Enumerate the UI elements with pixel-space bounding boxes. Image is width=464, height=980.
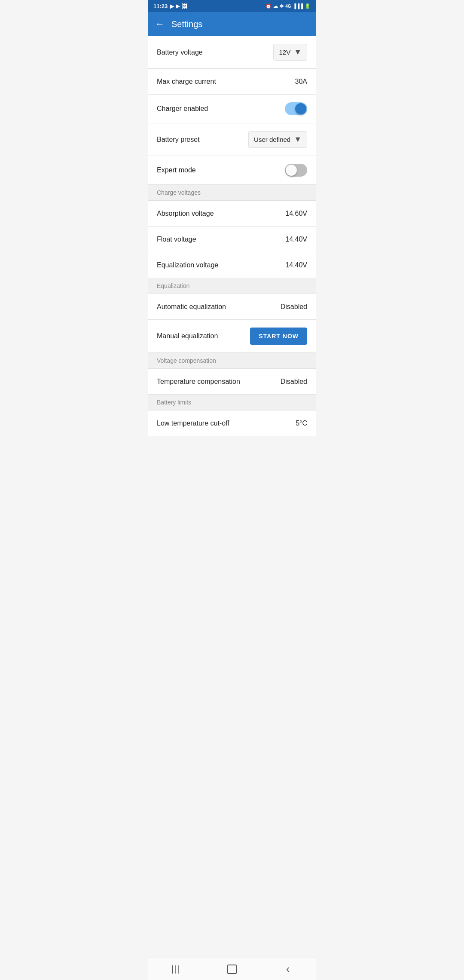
battery-voltage-row: Battery voltage 12V ▼ bbox=[148, 36, 316, 69]
signal-bars-icon: ▐▐▐ bbox=[293, 3, 303, 9]
max-charge-current-row: Max charge current 30A bbox=[148, 69, 316, 95]
charger-enabled-row: Charger enabled bbox=[148, 95, 316, 123]
settings-list: Battery voltage 12V ▼ Max charge current… bbox=[148, 36, 316, 436]
dropdown-arrow-icon: ▼ bbox=[294, 48, 302, 57]
absorption-voltage-value: 14.60V bbox=[285, 210, 307, 217]
float-voltage-value: 14.40V bbox=[285, 236, 307, 243]
section-equalization: Equalization bbox=[148, 278, 316, 294]
back-button[interactable]: ← bbox=[155, 18, 165, 30]
battery-voltage-value: 12V bbox=[279, 49, 290, 56]
status-bar: 11:23 ▶ ▶ 🖼 ⏰ ☁ ✻ 4G ▐▐▐ 🔋 bbox=[148, 0, 316, 12]
bluetooth-icon: ✻ bbox=[280, 3, 284, 9]
alarm-icon: ⏰ bbox=[266, 3, 272, 9]
section-charge-voltages: Charge voltages bbox=[148, 185, 316, 201]
battery-icon: 🔋 bbox=[305, 3, 311, 9]
expert-mode-toggle[interactable] bbox=[285, 164, 307, 177]
absorption-voltage-label: Absorption voltage bbox=[157, 210, 285, 217]
absorption-voltage-row: Absorption voltage 14.60V bbox=[148, 201, 316, 227]
battery-voltage-label: Battery voltage bbox=[157, 49, 273, 56]
expert-mode-toggle-thumb bbox=[286, 165, 297, 176]
expert-mode-row: Expert mode bbox=[148, 156, 316, 185]
float-voltage-row: Float voltage 14.40V bbox=[148, 227, 316, 252]
equalization-voltage-label: Equalization voltage bbox=[157, 261, 285, 269]
status-right: ⏰ ☁ ✻ 4G ▐▐▐ 🔋 bbox=[266, 3, 311, 9]
low-temperature-cutoff-row: Low temperature cut-off 5°C bbox=[148, 410, 316, 436]
charger-enabled-toggle[interactable] bbox=[285, 102, 307, 115]
expert-mode-label: Expert mode bbox=[157, 166, 285, 174]
max-charge-current-value: 30A bbox=[295, 78, 307, 86]
manual-equalization-row: Manual equalization START NOW bbox=[148, 320, 316, 353]
page-title: Settings bbox=[171, 19, 202, 29]
battery-preset-dropdown-arrow-icon: ▼ bbox=[294, 135, 302, 144]
gallery-icon: 🖼 bbox=[182, 3, 187, 9]
temperature-compensation-label: Temperature compensation bbox=[157, 378, 281, 386]
equalization-voltage-row: Equalization voltage 14.40V bbox=[148, 252, 316, 278]
low-temperature-cutoff-value: 5°C bbox=[296, 420, 307, 427]
low-temperature-cutoff-label: Low temperature cut-off bbox=[157, 420, 296, 427]
automatic-equalization-value: Disabled bbox=[281, 303, 307, 311]
toggle-thumb bbox=[295, 103, 306, 114]
signal-4g-icon: 4G bbox=[285, 4, 291, 9]
section-voltage-compensation: Voltage compensation bbox=[148, 353, 316, 369]
youtube-icon: ▶ bbox=[176, 3, 180, 9]
section-battery-limits: Battery limits bbox=[148, 395, 316, 410]
temperature-compensation-row: Temperature compensation Disabled bbox=[148, 369, 316, 395]
app-bar: ← Settings bbox=[148, 12, 316, 36]
cloud-icon: ☁ bbox=[273, 3, 278, 9]
play-icon: ▶ bbox=[170, 3, 174, 9]
float-voltage-label: Float voltage bbox=[157, 236, 285, 243]
manual-equalization-label: Manual equalization bbox=[157, 332, 250, 340]
equalization-voltage-value: 14.40V bbox=[285, 261, 307, 269]
battery-preset-value: User defined bbox=[254, 136, 290, 143]
status-left: 11:23 ▶ ▶ 🖼 bbox=[153, 3, 187, 9]
max-charge-current-label: Max charge current bbox=[157, 78, 295, 86]
battery-preset-label: Battery preset bbox=[157, 136, 248, 144]
start-now-button[interactable]: START NOW bbox=[250, 328, 307, 345]
battery-preset-row: Battery preset User defined ▼ bbox=[148, 123, 316, 156]
status-time: 11:23 bbox=[153, 3, 168, 9]
temperature-compensation-value: Disabled bbox=[281, 378, 307, 386]
automatic-equalization-row: Automatic equalization Disabled bbox=[148, 294, 316, 320]
battery-voltage-dropdown[interactable]: 12V ▼ bbox=[273, 44, 307, 61]
battery-preset-dropdown[interactable]: User defined ▼ bbox=[248, 131, 307, 148]
automatic-equalization-label: Automatic equalization bbox=[157, 303, 281, 311]
charger-enabled-label: Charger enabled bbox=[157, 105, 285, 113]
